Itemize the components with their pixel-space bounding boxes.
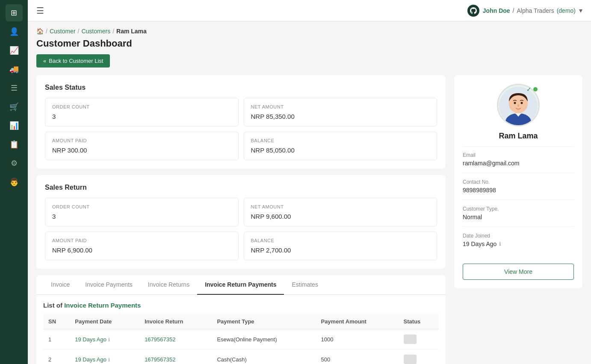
return-net-amount-value: NRP 9,600.00 xyxy=(251,213,430,220)
return-amount-paid-card: AMOUNT PAID NRP 6,900.00 xyxy=(45,232,239,260)
row2-status xyxy=(399,349,439,364)
customer-type-value: Normal xyxy=(463,214,574,220)
return-balance-label: BALANCE xyxy=(251,238,430,243)
row1-invoice-return: 1679567352 xyxy=(139,329,212,349)
main-content: ☰ John Doe / Alpha Traders (demo) ▾ 🏠 / … xyxy=(28,0,591,364)
row1-sn: 1 xyxy=(43,329,70,349)
tabs-bar: Invoice Invoice Payments Invoice Returns… xyxy=(36,275,446,295)
home-icon[interactable]: 🏠 xyxy=(36,28,44,35)
return-order-count-card: ORDER COUNT 3 xyxy=(45,198,239,226)
left-panel: Sales Status ORDER COUNT 3 NET AMOUNT NR… xyxy=(36,75,446,364)
sidebar-item-person[interactable]: 👨 xyxy=(6,173,23,191)
row2-amount: 500 xyxy=(316,349,398,364)
company-separator: / xyxy=(513,7,514,14)
col-payment-amount: Payment Amount xyxy=(316,314,398,329)
sidebar-item-settings[interactable]: ⚙ xyxy=(6,155,23,172)
breadcrumb-separator-2: / xyxy=(78,28,80,35)
sales-net-amount-value: NRP 85,350.00 xyxy=(251,113,430,120)
return-amount-paid-value: NRP 6,900.00 xyxy=(52,247,231,254)
avatar-container: ✓ xyxy=(497,84,540,126)
return-net-amount-card: NET AMOUNT NRP 9,600.00 xyxy=(244,198,437,226)
sidebar-item-reports[interactable]: 📊 xyxy=(6,117,23,134)
github-icon xyxy=(467,5,479,17)
date-joined-info-row: Date Joined 19 Days Ago ℹ xyxy=(463,233,574,253)
chevron-down-icon[interactable]: ▾ xyxy=(579,6,582,15)
sidebar-item-list[interactable]: ☰ xyxy=(6,79,23,97)
tab-invoice-payments[interactable]: Invoice Payments xyxy=(77,275,140,295)
profile-name: Ram Lama xyxy=(463,132,574,141)
table-title-colored: Invoice Return Payments xyxy=(64,302,141,309)
page-title: Customer Dashboard xyxy=(36,38,582,49)
row2-invoice-return: 1679567352 xyxy=(139,349,212,364)
sidebar-item-truck[interactable]: 🚚 xyxy=(6,61,23,78)
contact-value: 9898989898 xyxy=(463,187,574,194)
page-area: 🏠 / Customer / Customers / Ram Lama Cust… xyxy=(28,21,591,364)
sidebar-item-chart[interactable]: 📈 xyxy=(6,42,23,59)
return-balance-value: NRP 2,700.00 xyxy=(251,247,430,254)
row2-sn: 2 xyxy=(43,349,70,364)
date-joined-value: 19 Days Ago xyxy=(463,241,496,247)
customer-type-label: Customer Type. xyxy=(463,206,574,212)
table-container: List of Invoice Return Payments SN Payme… xyxy=(36,295,446,364)
tab-estimates[interactable]: Estimates xyxy=(284,275,325,295)
tabs-section: Invoice Invoice Payments Invoice Returns… xyxy=(36,275,446,364)
return-order-count-label: ORDER COUNT xyxy=(52,204,231,209)
tab-invoice-return-payments[interactable]: Invoice Return Payments xyxy=(197,275,284,295)
breadcrumb-customers[interactable]: Customers xyxy=(81,28,110,35)
table-header-title: List of Invoice Return Payments xyxy=(43,302,439,309)
sales-order-count-card: ORDER COUNT 3 xyxy=(45,98,239,126)
breadcrumb-customer[interactable]: Customer xyxy=(50,28,76,35)
online-dot xyxy=(533,87,538,91)
date-info-icon[interactable]: ℹ xyxy=(499,241,501,247)
online-badge: ✓ xyxy=(526,86,538,93)
return-order-count-value: 3 xyxy=(52,213,231,220)
date-joined-label: Date Joined xyxy=(463,233,574,239)
customer-type-info-row: Customer Type. Normal xyxy=(463,206,574,227)
row1-payment-type: Esewa(Online Payment) xyxy=(212,329,316,349)
tab-invoice-returns[interactable]: Invoice Returns xyxy=(140,275,197,295)
info-icon-1[interactable]: ℹ xyxy=(108,337,110,342)
date-joined-row: 19 Days Ago ℹ xyxy=(463,241,574,247)
sidebar-item-basket[interactable]: 🛒 xyxy=(6,98,23,115)
right-panel: ✓ xyxy=(454,75,582,364)
row2-payment-type: Cash(Cash) xyxy=(212,349,316,364)
demo-badge: (demo) xyxy=(557,7,576,14)
user-name: John Doe xyxy=(483,7,510,14)
col-invoice-return: Invoice Return xyxy=(139,314,212,329)
email-value: ramlama@gmail.com xyxy=(463,160,574,167)
sales-balance-value: NRP 85,050.00 xyxy=(251,147,430,154)
breadcrumb-separator-1: / xyxy=(46,28,47,35)
back-to-customer-list-button[interactable]: « Back to Customer List xyxy=(36,54,110,68)
row1-date: 19 Days Ago ℹ xyxy=(70,329,139,349)
row1-status xyxy=(399,329,439,349)
sidebar-item-ledger[interactable]: 📋 xyxy=(6,136,23,153)
contact-label: Contact No. xyxy=(463,179,574,185)
sales-status-grid: ORDER COUNT 3 NET AMOUNT NRP 85,350.00 A… xyxy=(45,98,437,160)
svg-point-4 xyxy=(514,102,516,104)
view-more-button[interactable]: View More xyxy=(463,264,574,280)
return-balance-card: BALANCE NRP 2,700.00 xyxy=(244,232,437,260)
sales-order-count-value: 3 xyxy=(52,113,231,120)
sales-net-amount-label: NET AMOUNT xyxy=(251,104,430,109)
sales-balance-label: BALANCE xyxy=(251,138,430,143)
row1-amount: 1000 xyxy=(316,329,398,349)
sales-net-amount-card: NET AMOUNT NRP 85,350.00 xyxy=(244,98,437,126)
return-amount-paid-label: AMOUNT PAID xyxy=(52,238,231,243)
invoice-return-link-1[interactable]: 1679567352 xyxy=(145,336,175,343)
col-status: Status xyxy=(399,314,439,329)
info-icon-2[interactable]: ℹ xyxy=(108,357,110,362)
sales-status-section: Sales Status ORDER COUNT 3 NET AMOUNT NR… xyxy=(36,75,446,169)
invoice-return-link-2[interactable]: 1679567352 xyxy=(145,356,175,363)
hamburger-icon[interactable]: ☰ xyxy=(36,6,44,16)
breadcrumb-separator-3: / xyxy=(112,28,114,35)
sales-return-section: Sales Return ORDER COUNT 3 NET AMOUNT NR… xyxy=(36,175,446,269)
svg-point-5 xyxy=(521,102,523,104)
dashboard-layout: Sales Status ORDER COUNT 3 NET AMOUNT NR… xyxy=(36,75,582,364)
sales-order-count-label: ORDER COUNT xyxy=(52,104,231,109)
sales-amount-paid-card: AMOUNT PAID NRP 300.00 xyxy=(45,132,239,160)
sidebar-item-users[interactable]: 👤 xyxy=(6,23,23,40)
sidebar-item-dashboard[interactable]: ⊞ xyxy=(6,4,23,21)
back-icon: « xyxy=(43,58,46,64)
tab-invoice[interactable]: Invoice xyxy=(43,275,77,295)
svg-point-6 xyxy=(517,104,519,107)
